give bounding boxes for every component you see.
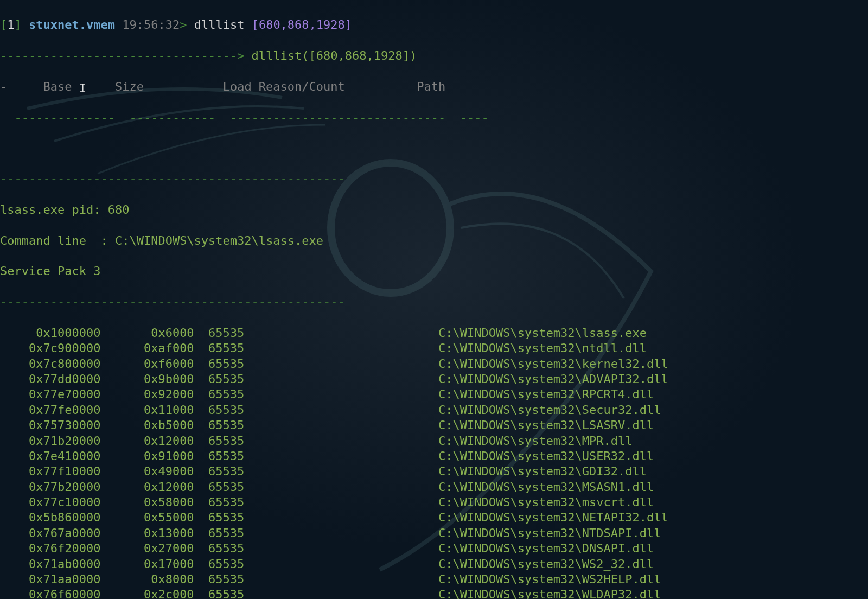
dll-row: 0x5b860000 0x55000 65535 C:\WINDOWS\syst…: [0, 510, 868, 525]
blank-line: [0, 141, 868, 156]
dll-row: 0x75730000 0xb5000 65535 C:\WINDOWS\syst…: [0, 418, 868, 433]
process-pid-line: lsass.exe pid: 680: [0, 202, 868, 218]
dll-row: 0x77e70000 0x92000 65535 C:\WINDOWS\syst…: [0, 387, 868, 402]
dll-row: 0x71ab0000 0x17000 65535 C:\WINDOWS\syst…: [0, 557, 868, 572]
dll-row: 0x77fe0000 0x11000 65535 C:\WINDOWS\syst…: [0, 403, 868, 418]
dll-rows-container: 0x1000000 0x6000 65535 C:\WINDOWS\system…: [0, 326, 868, 599]
terminal-output[interactable]: [1] stuxnet.vmem 19:56:32> dlllist [680,…: [0, 0, 868, 599]
process-cmd-line: Command line : C:\WINDOWS\system32\lsass…: [0, 233, 868, 248]
prompt-line: [1] stuxnet.vmem 19:56:32> dlllist [680,…: [0, 17, 868, 33]
dll-row: 0x77f10000 0x49000 65535 C:\WINDOWS\syst…: [0, 464, 868, 479]
dll-row: 0x767a0000 0x13000 65535 C:\WINDOWS\syst…: [0, 526, 868, 541]
dll-row: 0x77b20000 0x12000 65535 C:\WINDOWS\syst…: [0, 480, 868, 495]
dll-row: 0x76f20000 0x27000 65535 C:\WINDOWS\syst…: [0, 541, 868, 556]
process-sp-line: Service Pack 3: [0, 264, 868, 279]
dll-row: 0x1000000 0x6000 65535 C:\WINDOWS\system…: [0, 326, 868, 341]
separator-2: ----------------------------------------…: [0, 295, 868, 310]
column-headers: - Base I Size Load Reason/Count Path: [0, 79, 868, 94]
text-cursor-icon: I: [79, 81, 86, 96]
dll-row: 0x76f60000 0x2c000 65535 C:\WINDOWS\syst…: [0, 587, 868, 599]
dll-row: 0x77c10000 0x58000 65535 C:\WINDOWS\syst…: [0, 495, 868, 510]
dll-row: 0x7e410000 0x91000 65535 C:\WINDOWS\syst…: [0, 449, 868, 464]
header-underline: -------------- ------------ ------------…: [0, 110, 868, 125]
dll-row: 0x7c800000 0xf6000 65535 C:\WINDOWS\syst…: [0, 356, 868, 372]
dll-row: 0x71b20000 0x12000 65535 C:\WINDOWS\syst…: [0, 434, 868, 449]
dll-row: 0x7c900000 0xaf000 65535 C:\WINDOWS\syst…: [0, 341, 868, 356]
dll-row: 0x71aa0000 0x8000 65535 C:\WINDOWS\syste…: [0, 572, 868, 587]
separator-1: ----------------------------------------…: [0, 171, 868, 187]
echo-line: ---------------------------------> dllli…: [0, 48, 868, 63]
dll-row: 0x77dd0000 0x9b000 65535 C:\WINDOWS\syst…: [0, 372, 868, 387]
